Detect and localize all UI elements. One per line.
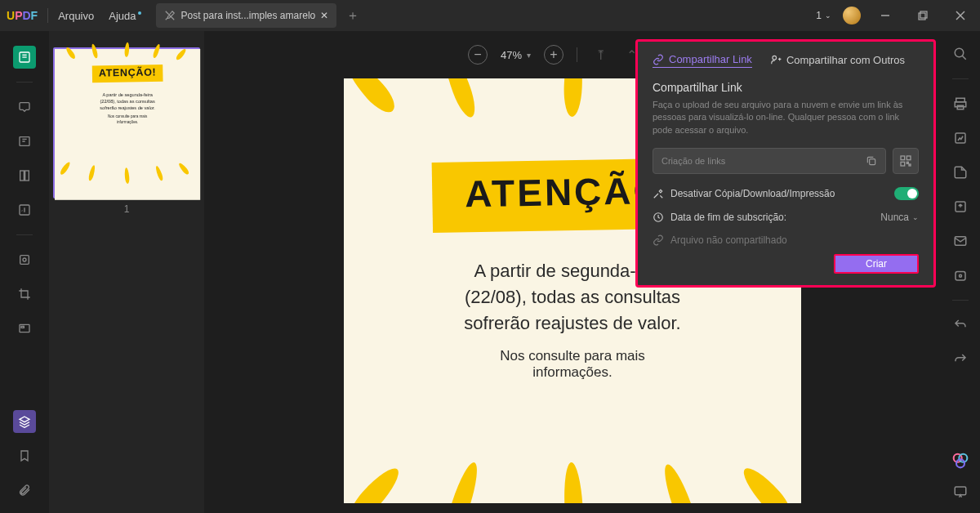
svg-point-33 xyxy=(960,274,962,277)
tab-share-link[interactable]: Compartilhar Link xyxy=(653,53,752,68)
share-panel: Compartilhar Link Compartilhar com Outro… xyxy=(635,39,936,288)
menu-help[interactable]: Ajuda xyxy=(109,10,141,22)
link-off-icon xyxy=(653,234,664,246)
disable-copy-label: Desativar Cópia/Download/Impressão xyxy=(670,188,835,199)
qr-code-button[interactable] xyxy=(893,148,919,174)
user-count[interactable]: 1⌄ xyxy=(816,10,831,21)
svg-rect-9 xyxy=(20,171,24,181)
divider xyxy=(47,8,48,23)
undo-icon[interactable] xyxy=(951,315,970,335)
email-icon[interactable] xyxy=(951,231,970,251)
save-icon[interactable] xyxy=(951,163,970,182)
svg-rect-10 xyxy=(25,171,29,181)
expiry-label: Data de fim de subscrição: xyxy=(670,212,786,223)
search-icon[interactable] xyxy=(951,44,970,64)
redo-icon[interactable] xyxy=(951,350,970,369)
copy-icon[interactable] xyxy=(866,155,877,167)
divider xyxy=(16,234,33,235)
thumbnail-page-number: 1 xyxy=(124,203,130,215)
document-text: informações. xyxy=(376,364,768,381)
person-add-icon xyxy=(770,54,782,65)
share-title: Compartilhar Link xyxy=(653,81,919,94)
reader-mode-icon[interactable] xyxy=(13,46,36,69)
document-text: (22/08), todas as consultas xyxy=(376,284,768,310)
svg-rect-18 xyxy=(901,156,905,160)
svg-rect-2 xyxy=(920,11,927,18)
svg-rect-1 xyxy=(919,13,925,20)
first-page-button[interactable]: ⤒ xyxy=(590,45,610,65)
close-button[interactable] xyxy=(947,4,973,27)
chat-icon[interactable] xyxy=(951,482,970,502)
link-icon xyxy=(653,54,664,65)
svg-rect-12 xyxy=(20,256,29,265)
svg-rect-21 xyxy=(906,163,908,164)
pencil-off-icon xyxy=(164,10,176,21)
ai-icon[interactable] xyxy=(952,453,969,469)
svg-rect-17 xyxy=(870,159,875,165)
print-icon[interactable] xyxy=(951,94,970,114)
minimize-button[interactable] xyxy=(872,4,898,27)
zoom-level[interactable]: 47%▾ xyxy=(501,49,531,61)
page-tool-icon[interactable] xyxy=(13,164,36,187)
ocr-tool-icon[interactable] xyxy=(13,199,36,221)
create-button[interactable]: Criar xyxy=(834,254,919,274)
document-tab[interactable]: Post para inst...imples amarelo ✕ xyxy=(156,3,336,28)
share-link-input[interactable]: Criação de links xyxy=(653,148,886,174)
divider xyxy=(16,82,33,83)
form-tool-icon[interactable] xyxy=(13,317,36,340)
attachment-icon[interactable] xyxy=(13,479,36,502)
avatar[interactable] xyxy=(843,7,861,25)
edit-tool-icon[interactable] xyxy=(13,130,36,153)
document-text: Nos consulte para mais xyxy=(376,348,768,364)
screenshot-icon[interactable] xyxy=(951,128,970,148)
crop-tool-icon[interactable] xyxy=(13,283,36,306)
share-description: Faça o upload de seu arquivo para a nuve… xyxy=(653,99,919,136)
svg-point-16 xyxy=(773,56,777,60)
svg-point-13 xyxy=(23,258,26,261)
tab-label: Post para inst...imples amarelo xyxy=(180,10,315,21)
svg-rect-20 xyxy=(901,163,905,167)
svg-rect-32 xyxy=(956,272,965,281)
divider xyxy=(952,300,969,301)
maximize-button[interactable] xyxy=(910,4,936,27)
svg-line-25 xyxy=(962,56,966,60)
zoom-out-button[interactable]: − xyxy=(468,45,488,65)
not-shared-label: Arquivo não compartilhado xyxy=(670,234,787,246)
page-thumbnail[interactable]: ATENÇÃO! A partir de segunda-feira (22/0… xyxy=(53,47,200,199)
menu-file[interactable]: Arquivo xyxy=(58,10,94,22)
close-icon[interactable]: ✕ xyxy=(320,10,328,21)
bookmark-icon[interactable] xyxy=(13,444,36,467)
divider xyxy=(577,47,577,62)
document-text: sofrerão reajustes de valor. xyxy=(376,310,768,337)
svg-rect-15 xyxy=(21,326,24,328)
svg-point-24 xyxy=(955,48,964,57)
add-tab-button[interactable]: ＋ xyxy=(343,6,363,25)
tools-icon xyxy=(653,188,664,199)
clock-icon xyxy=(653,212,664,223)
thumbnail-heading: ATENÇÃO! xyxy=(99,66,157,78)
expiry-dropdown[interactable]: Nunca⌄ xyxy=(880,212,919,223)
comment-tool-icon[interactable] xyxy=(13,96,36,118)
app-logo: UPDF xyxy=(7,9,38,22)
tab-share-others[interactable]: Compartilhar com Outros xyxy=(770,54,905,68)
disable-copy-toggle[interactable] xyxy=(894,187,919,200)
svg-rect-19 xyxy=(906,156,911,160)
layers-icon[interactable] xyxy=(13,410,36,433)
share-icon[interactable] xyxy=(951,265,970,285)
zoom-in-button[interactable]: + xyxy=(544,45,564,65)
svg-rect-22 xyxy=(909,164,911,166)
export-icon[interactable] xyxy=(951,197,970,216)
protect-tool-icon[interactable] xyxy=(13,248,36,271)
divider xyxy=(952,78,969,79)
